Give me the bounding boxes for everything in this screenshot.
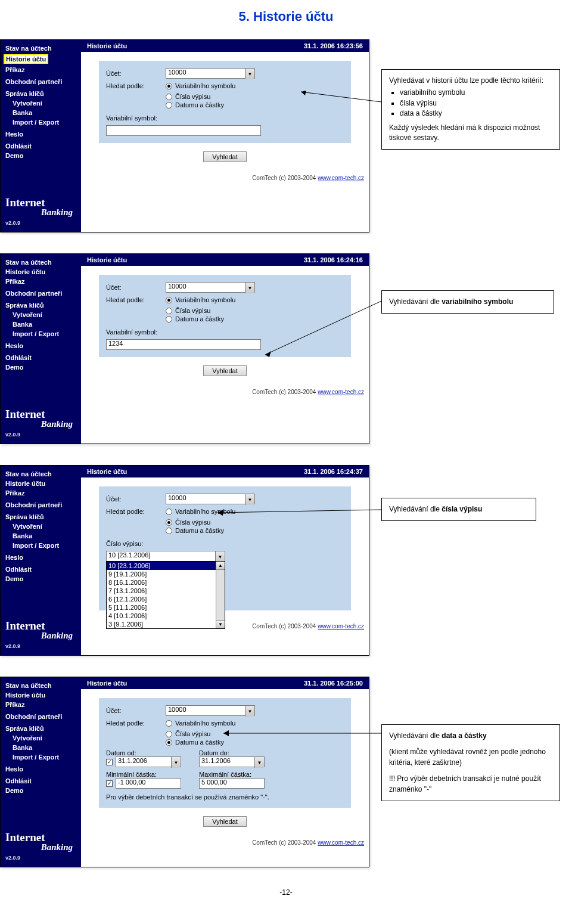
scrollbar[interactable]: ▲ ▼ [216, 562, 225, 628]
scroll-up-icon[interactable]: ▲ [216, 562, 225, 570]
dropdown-arrow-icon[interactable]: ▼ [254, 757, 264, 768]
min-input[interactable]: -1 000,00 [116, 778, 181, 789]
sidebar-item[interactable]: Stav na účtech [5, 681, 76, 690]
dropdown-arrow-icon[interactable]: ▼ [171, 757, 181, 768]
vs-input[interactable] [106, 125, 261, 136]
account-select[interactable]: 10000▼ [166, 494, 255, 504]
sidebar-item[interactable]: Příkaz [5, 65, 76, 75]
dropdown-arrow-icon[interactable]: ▼ [245, 494, 254, 505]
sidebar-item[interactable]: Import / Export [5, 329, 76, 339]
sidebar-item[interactable]: Odhlásit [5, 776, 76, 786]
sidebar-item[interactable]: Demo [5, 786, 76, 795]
radio-dc[interactable] [166, 316, 172, 323]
sidebar-item[interactable]: Správa klíčů [5, 300, 76, 310]
sidebar-item[interactable]: Demo [5, 151, 76, 160]
sidebar-item[interactable]: Import / Export [5, 752, 76, 762]
account-select[interactable]: 10000▼ [166, 705, 255, 716]
sidebar-item[interactable]: Banka [5, 108, 76, 117]
date-to-input[interactable]: 31.1.2006▼ [199, 756, 265, 767]
footer-link[interactable]: www.com-tech.cz [318, 175, 364, 181]
radio-vs[interactable] [166, 83, 172, 89]
sidebar-item[interactable]: Obchodní partneři [5, 712, 76, 721]
sidebar-item[interactable]: Stav na účtech [5, 258, 76, 267]
sidebar-item[interactable]: Vytvoření [5, 733, 76, 743]
sidebar-item[interactable]: Historie účtu [5, 690, 76, 700]
radio-dc[interactable] [166, 528, 172, 534]
sidebar-item[interactable]: Odhlásit [5, 565, 76, 574]
dropdown-item[interactable]: 6 [12.1.2006] [107, 595, 225, 603]
scroll-down-icon[interactable]: ▼ [216, 620, 225, 628]
dropdown-item[interactable]: 10 [23.1.2006] [107, 562, 225, 570]
sidebar-item[interactable]: Demo [5, 362, 76, 372]
option-label: Variabilního symbolu [175, 720, 235, 727]
raded--dc[interactable] [166, 739, 172, 746]
account-value: 10000 [168, 494, 186, 501]
account-select[interactable]: 10000 ▼ [166, 68, 255, 79]
footer-text: ComTech (c) 2003-2004 [252, 623, 318, 630]
dropdown-item[interactable]: 8 [16.1.2006] [107, 578, 225, 587]
sidebar-item[interactable]: Stav na účtech [5, 44, 76, 53]
date-from-input[interactable]: 31.1.2006▼ [116, 756, 181, 767]
sidebar-item[interactable]: Heslo [5, 764, 76, 774]
date-from-check[interactable]: ✓ [106, 759, 113, 765]
sidebar-item[interactable]: Heslo [5, 129, 76, 139]
dropdown-item[interactable]: 9 [19.1.2006] [107, 570, 225, 578]
topbar-title: Historie účtu [87, 42, 127, 49]
sidebar-item[interactable]: Historie účtu [5, 267, 76, 277]
sidebar-item[interactable]: Vytvoření [5, 98, 76, 108]
sidebar-item[interactable]: Import / Export [5, 117, 76, 127]
sidebar-item[interactable]: Příkaz [5, 488, 76, 498]
sidebar-item[interactable]: Banka [5, 320, 76, 329]
sidebar-item[interactable]: Obchodní partneři [5, 289, 76, 298]
sidebar-item[interactable]: Správa klíčů [5, 89, 76, 98]
sidebar-item[interactable]: Demo [5, 574, 76, 584]
dropdown-item[interactable]: 3 [9.1.2006] [107, 620, 225, 628]
cv-select[interactable]: 10 [23.1.2006]▼ [106, 551, 225, 562]
sidebar-item[interactable]: Příkaz [5, 700, 76, 709]
sidebar-item[interactable]: Heslo [5, 553, 76, 562]
search-button[interactable]: Vyhledat [203, 816, 246, 827]
page-number: -12- [0, 888, 572, 897]
search-button[interactable]: Vyhledat [203, 365, 246, 376]
sidebar-item[interactable]: Příkaz [5, 277, 76, 286]
radio-cv[interactable] [166, 731, 172, 737]
sidebar-item[interactable]: Import / Export [5, 541, 76, 550]
dropdown-item[interactable]: 7 [13.1.2006] [107, 587, 225, 595]
radio-vs[interactable] [166, 297, 172, 303]
radio-cv[interactable] [166, 308, 172, 314]
radio-dc[interactable] [166, 102, 172, 108]
sidebar-item[interactable]: Odhlásit [5, 353, 76, 362]
min-check[interactable]: ✓ [106, 780, 113, 787]
dropdown-arrow-icon[interactable]: ▼ [245, 706, 254, 717]
radio-vs[interactable] [166, 508, 172, 515]
radio-vs[interactable] [166, 720, 172, 727]
sidebar-item[interactable]: Správa klíčů [5, 512, 76, 522]
dropdown-item[interactable]: 5 [11.1.2006] [107, 603, 225, 612]
sidebar-item[interactable]: Obchodní partneři [5, 77, 76, 86]
sidebar-item[interactable]: Správa klíčů [5, 724, 76, 733]
sidebar-item[interactable]: Banka [5, 531, 76, 541]
search-button[interactable]: Vyhledat [203, 151, 246, 162]
max-input[interactable]: 5 000,00 [199, 778, 265, 789]
radio-cv[interactable] [166, 94, 172, 100]
logo: Internet Banking [5, 196, 76, 218]
cv-dropdown[interactable]: 10 [23.1.2006] 9 [19.1.2006] 8 [16.1.200… [106, 561, 225, 629]
sidebar-item[interactable]: Odhlásit [5, 141, 76, 151]
dropdown-arrow-icon[interactable]: ▼ [245, 69, 254, 79]
sidebar-item-selected[interactable]: Historie účtu [5, 53, 76, 65]
footer-link[interactable]: www.com-tech.cz [318, 623, 364, 630]
radio-cv[interactable] [166, 519, 172, 526]
sidebar-item[interactable]: Vytvoření [5, 522, 76, 531]
footer-link[interactable]: www.com-tech.cz [318, 389, 364, 395]
sidebar-item[interactable]: Heslo [5, 341, 76, 351]
dropdown-arrow-icon[interactable]: ▼ [245, 283, 254, 293]
sidebar-item[interactable]: Obchodní partneři [5, 500, 76, 510]
sidebar-item[interactable]: Historie účtu [5, 479, 76, 488]
dropdown-item[interactable]: 4 [10.1.2006] [107, 612, 225, 620]
sidebar-item[interactable]: Stav na účtech [5, 469, 76, 479]
sidebar-item[interactable]: Banka [5, 743, 76, 752]
sidebar-item[interactable]: Vytvoření [5, 310, 76, 320]
footer-link[interactable]: www.com-tech.cz [318, 839, 364, 846]
vs-input[interactable]: 1234 [106, 339, 261, 350]
account-select[interactable]: 10000▼ [166, 282, 255, 293]
